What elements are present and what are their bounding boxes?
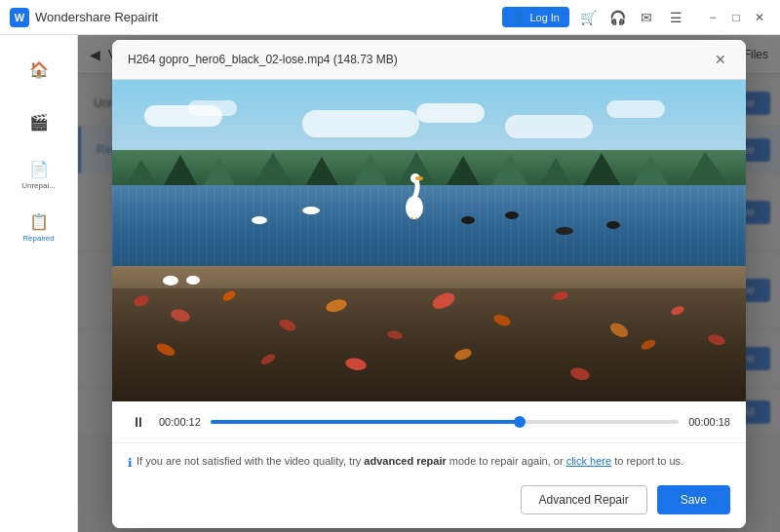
shore-birds: [163, 276, 200, 285]
video-preview-modal: H264 gopro_hero6_black_02-lose.mp4 (148.…: [112, 40, 746, 528]
logo-icon: W: [10, 8, 29, 27]
modal-header: H264 gopro_hero6_black_02-lose.mp4 (148.…: [112, 40, 746, 80]
sidebar-item-home[interactable]: 🏠: [5, 45, 73, 94]
video-scene: [112, 80, 746, 401]
modal-footer: Advanced Repair Save: [112, 477, 746, 528]
content-area: ◀ Vid... her Types of Files Unrepaired..…: [78, 35, 780, 532]
svg-point-18: [133, 293, 150, 308]
info-bar: ℹ If you are not satisfied with the vide…: [112, 443, 746, 477]
close-button[interactable]: ✕: [749, 7, 770, 28]
title-bar-actions: 👤 Log In 🛒 🎧 ✉ ☰ − □ ✕: [502, 7, 770, 28]
cart-icon[interactable]: 🛒: [577, 7, 599, 28]
title-bar: W Wondershare Repairit 👤 Log In 🛒 🎧 ✉ ☰ …: [0, 0, 780, 35]
pause-button[interactable]: ⏸: [128, 411, 149, 433]
svg-point-34: [569, 365, 591, 382]
sidebar-item-video[interactable]: 🎬: [5, 97, 73, 146]
svg-point-20: [221, 289, 237, 303]
sidebar-item-unrepaired[interactable]: 📄 Unrepai...: [5, 150, 73, 199]
menu-icon[interactable]: ☰: [665, 7, 686, 28]
video-container: [112, 80, 746, 401]
current-time: 00:00:12: [159, 416, 201, 428]
progress-fill: [211, 420, 520, 424]
svg-point-30: [155, 341, 176, 359]
modal-title: H264 gopro_hero6_black_02-lose.mp4 (148.…: [128, 53, 398, 66]
headset-icon[interactable]: 🎧: [606, 7, 628, 28]
mail-icon[interactable]: ✉: [636, 7, 657, 28]
advanced-repair-button[interactable]: Advanced Repair: [521, 485, 647, 514]
info-text-suffix: to report to us.: [611, 455, 683, 467]
info-icon: ℹ: [128, 454, 133, 472]
svg-point-32: [344, 357, 368, 372]
person-icon: 👤: [512, 11, 526, 23]
svg-point-26: [552, 290, 568, 301]
svg-point-29: [707, 333, 726, 347]
window-controls: − □ ✕: [702, 7, 770, 28]
svg-point-24: [430, 289, 457, 312]
home-icon: 🏠: [29, 60, 49, 79]
info-text-prefix: If you are not satisfied with the video …: [136, 455, 364, 467]
modal-overlay: H264 gopro_hero6_black_02-lose.mp4 (148.…: [78, 35, 780, 532]
login-button[interactable]: 👤 Log In: [502, 7, 569, 27]
save-button[interactable]: Save: [657, 485, 730, 514]
info-message: ℹ If you are not satisfied with the vide…: [128, 453, 730, 472]
svg-point-33: [453, 347, 473, 362]
svg-point-19: [170, 307, 191, 323]
svg-point-15: [415, 176, 423, 180]
svg-point-25: [492, 313, 512, 328]
info-text-middle: mode to repair again, or: [447, 455, 566, 467]
app-window: W Wondershare Repairit 👤 Log In 🛒 🎧 ✉ ☰ …: [0, 0, 780, 532]
svg-point-22: [325, 297, 348, 314]
sidebar-item-label: Unrepai...: [21, 181, 56, 190]
main-content: 🏠 🎬 📄 Unrepai... 📋 Repaired ◀ Vid... her…: [0, 35, 780, 532]
click-here-link[interactable]: click here: [566, 455, 611, 467]
sidebar: 🏠 🎬 📄 Unrepai... 📋 Repaired: [0, 35, 78, 532]
maximize-button[interactable]: □: [725, 7, 747, 28]
svg-point-27: [607, 321, 630, 340]
progress-thumb: [514, 416, 526, 428]
progress-bar[interactable]: [211, 420, 679, 424]
repaired-icon: 📋: [29, 212, 49, 231]
modal-close-button[interactable]: ✕: [711, 50, 730, 69]
video-icon: 🎬: [29, 113, 49, 132]
minimize-button[interactable]: −: [702, 7, 723, 28]
sidebar-item-repaired[interactable]: 📋 Repaired: [5, 203, 73, 251]
info-bold-text: advanced repair: [364, 455, 446, 467]
svg-point-23: [386, 329, 403, 340]
swan-element: [404, 171, 425, 219]
svg-point-21: [278, 317, 298, 333]
svg-point-28: [670, 305, 685, 317]
sidebar-item-label: Repaired: [22, 234, 54, 243]
svg-point-31: [259, 352, 277, 366]
video-controls: ⏸ 00:00:12 00:00:18: [112, 401, 746, 443]
ground-element: [112, 288, 746, 401]
svg-point-35: [640, 338, 657, 352]
app-title: Wondershare Repairit: [35, 10, 158, 24]
file-icon: 📄: [29, 160, 49, 178]
app-logo: W Wondershare Repairit: [10, 8, 158, 27]
duration-time: 00:00:18: [688, 416, 730, 428]
